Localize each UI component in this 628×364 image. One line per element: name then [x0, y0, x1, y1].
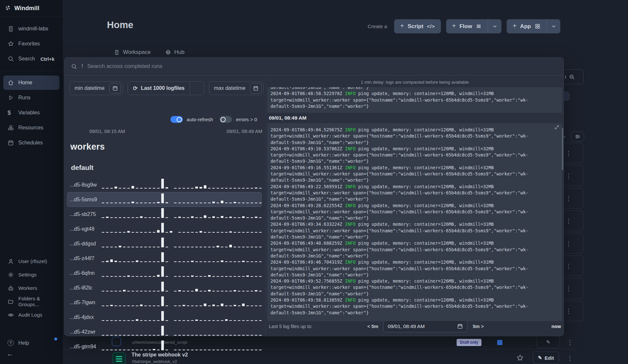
favorite-star-icon[interactable]	[516, 354, 524, 363]
log-section-time: 09/01, 08:49 AM	[269, 115, 306, 121]
code-icon: </>	[427, 24, 435, 29]
back-5m-button[interactable]: < 5m	[367, 324, 378, 329]
worker-row[interactable]: ...d5-z44f7	[67, 251, 262, 266]
sidebar-item-user-rfiszel[interactable]: User (rfiszel)	[3, 255, 60, 268]
building-icon	[114, 49, 120, 55]
log-level-info: INFO	[345, 222, 356, 227]
footer-datetime-picker[interactable]: 09/01, 08:49 AM	[383, 320, 467, 332]
sidebar-item-label: Settings	[18, 272, 37, 278]
kebab-menu-icon[interactable]: ⋮	[566, 195, 572, 201]
worker-activity-sparkline	[102, 311, 262, 323]
kebab-menu-icon[interactable]: ⋮	[566, 263, 572, 269]
kebab-menu-icon[interactable]: ⋮	[566, 308, 572, 314]
scrollbar-thumb[interactable]	[562, 128, 563, 170]
calendar-icon[interactable]	[109, 83, 121, 93]
calendar-icon[interactable]	[250, 83, 262, 93]
sidebar-item-audit-logs[interactable]: Audit Logs	[3, 308, 60, 322]
create-row: Create a +Script</>+Flow+App	[368, 19, 560, 33]
toggle-label: errors > 0	[236, 117, 257, 122]
worker-row[interactable]: ...d5-8sg9w	[67, 177, 262, 192]
kebab-menu-icon[interactable]: ⋮	[566, 218, 572, 224]
completed-runs-search-modal: ! min datetime ⟳ Last 1000 logfiles max …	[64, 57, 564, 336]
search-input[interactable]	[87, 63, 557, 70]
sidebar-item-resources[interactable]: Resources	[3, 121, 60, 135]
tab-workspace[interactable]: Workspace	[114, 49, 151, 56]
log-level-info: INFO	[345, 91, 356, 96]
create-app-button[interactable]: +App	[507, 19, 560, 33]
toggle-auto-refresh[interactable]	[170, 116, 183, 123]
user-icon	[8, 258, 14, 265]
sidebar-item-label: Variables	[18, 110, 40, 116]
worker-row[interactable]: ...d5-sb275	[67, 207, 262, 222]
worker-row[interactable]: ...d5-6qfnn	[67, 266, 262, 280]
sidebar-item-label: Help	[18, 340, 29, 346]
sidebar-item-help[interactable]: ? Help	[3, 336, 60, 350]
kebab-menu-icon[interactable]: ⋮	[566, 240, 572, 246]
sidebar-item-search[interactable]: SearchCtrl+k	[3, 52, 60, 66]
worker-row[interactable]: ...d5-4jdxx	[67, 310, 262, 324]
edit-button[interactable]: ✎ Edit	[533, 352, 559, 364]
min-datetime-picker[interactable]: min datetime	[70, 81, 123, 95]
worker-activity-sparkline	[102, 179, 262, 191]
create-script-button[interactable]: +Script</>	[394, 19, 441, 33]
chevron-down-icon[interactable]	[488, 19, 501, 33]
chevron-down-icon[interactable]	[190, 82, 204, 95]
sidebar-item-workers[interactable]: Workers	[3, 281, 60, 295]
eye-icon	[8, 312, 14, 318]
filter-settings-button[interactable]	[571, 131, 584, 141]
worker-row[interactable]: ...d5-42zwr	[67, 324, 262, 339]
sidebar-item-variables[interactable]: $Variables	[3, 106, 60, 120]
sidebar-item-windmill-labs[interactable]: windmill-labs	[3, 22, 60, 36]
collapse-sidebar-arrow-icon[interactable]: ←	[7, 350, 14, 358]
range-end: 09/01, 08:49 AM	[227, 128, 262, 134]
now-button[interactable]: now	[551, 324, 561, 329]
search-icon	[8, 56, 14, 62]
sidebar-item-label: Audit Logs	[18, 312, 42, 318]
sidebar-item-label: Schedules	[18, 140, 43, 146]
tab-label: Workspace	[123, 49, 151, 56]
sidebar-item-favorites[interactable]: Favorites	[3, 37, 60, 51]
sidebar-item-runs[interactable]: Runs	[3, 91, 60, 105]
worker-row[interactable]: ...d5-gtm94	[67, 339, 262, 354]
worker-row[interactable]: ...d5-ddgsd	[67, 236, 262, 251]
chevron-down-icon[interactable]	[547, 19, 560, 33]
item-path: f/bd/stripe_webhook_v2	[132, 359, 177, 364]
brand: Windmill	[0, 0, 63, 17]
worker-name: ...d5-4jdxx	[70, 314, 102, 320]
worker-activity-sparkline	[102, 194, 262, 206]
log-block-current: 2024-09-01T06:49:04.529675Z INFO ping up…	[267, 123, 562, 321]
sidebar-item-label: Search	[18, 56, 35, 62]
gear-icon	[8, 272, 14, 278]
log-level-info: INFO	[345, 259, 356, 265]
logfiles-select[interactable]: ⟳ Last 1000 logfiles	[128, 81, 205, 95]
worker-activity-sparkline	[102, 208, 262, 220]
tab-hub[interactable]: Hub	[165, 49, 184, 56]
star-icon	[8, 41, 14, 47]
worker-name: ...d5-l82lc	[70, 285, 102, 291]
create-flow-button[interactable]: +Flow	[446, 19, 501, 33]
kebab-menu-icon[interactable]: ⋮	[566, 285, 572, 291]
kebab-menu-icon[interactable]: ⋮	[566, 150, 572, 156]
worker-row[interactable]: ...d5-l82lc	[67, 280, 262, 295]
sidebar-item-schedules[interactable]: Schedules	[3, 136, 60, 150]
kebab-menu-icon[interactable]: ⋮	[567, 339, 573, 345]
worker-name: ...d5-gtm94	[70, 344, 102, 350]
sidebar-item-label: Resources	[18, 125, 43, 131]
toggle-errors-0[interactable]	[219, 116, 232, 123]
sidebar-item-settings[interactable]: Settings	[3, 268, 60, 281]
sidebar-item-folders-groups[interactable]: Folders & Groups...	[3, 295, 60, 308]
kebab-menu-icon[interactable]: ⋮	[567, 355, 573, 361]
worker-row[interactable]: ...d5-xgt48	[67, 222, 262, 236]
expand-icon[interactable]	[554, 125, 559, 131]
worker-row[interactable]: ...d5-7lgwn	[67, 295, 262, 310]
workers-panel: min datetime ⟳ Last 1000 logfiles max da…	[64, 75, 266, 336]
max-datetime-picker[interactable]: max datetime	[209, 81, 264, 95]
forward-5m-button[interactable]: 5m >	[473, 324, 483, 329]
sidebar-item-home[interactable]: Home	[3, 75, 60, 90]
worker-row[interactable]: ...d5-5sms9	[67, 192, 262, 207]
worker-activity-sparkline	[102, 223, 262, 235]
kebab-menu-icon[interactable]: ⋮	[566, 173, 572, 179]
edit-button-fragment[interactable]: ✎	[536, 336, 560, 348]
notification-dot	[54, 338, 57, 340]
sidebar-item-label: Home	[18, 80, 32, 86]
